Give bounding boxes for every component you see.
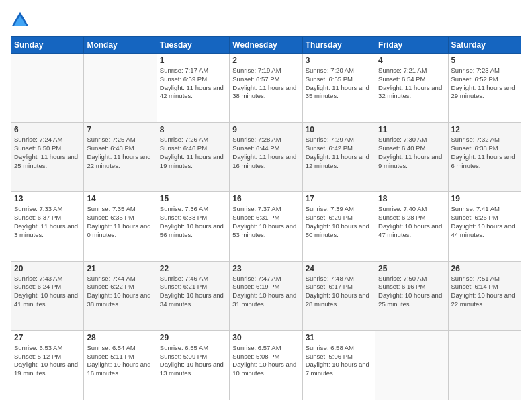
day-info: Sunrise: 7:48 AMSunset: 6:17 PMDaylight:… [306, 275, 372, 309]
weekday-header-saturday: Saturday [448, 37, 521, 54]
day-info: Sunrise: 7:20 AMSunset: 6:55 PMDaylight:… [306, 66, 372, 101]
calendar-week-4: 20Sunrise: 7:43 AMSunset: 6:24 PMDayligh… [11, 261, 521, 330]
calendar-cell: 1Sunrise: 7:17 AMSunset: 6:59 PMDaylight… [157, 54, 229, 123]
weekday-header-thursday: Thursday [302, 37, 375, 54]
day-number: 3 [306, 56, 372, 65]
calendar-cell: 18Sunrise: 7:40 AMSunset: 6:28 PMDayligh… [375, 192, 448, 261]
calendar-cell: 7Sunrise: 7:25 AMSunset: 6:48 PMDaylight… [84, 123, 157, 192]
day-number: 7 [87, 125, 153, 134]
day-number: 4 [378, 56, 445, 65]
calendar-cell [375, 330, 448, 400]
weekday-header-tuesday: Tuesday [157, 37, 229, 54]
day-number: 15 [160, 194, 226, 203]
day-info: Sunrise: 7:41 AMSunset: 6:26 PMDaylight:… [451, 205, 518, 239]
day-info: Sunrise: 7:37 AMSunset: 6:31 PMDaylight:… [232, 205, 299, 239]
calendar-cell: 29Sunrise: 6:55 AMSunset: 5:09 PMDayligh… [157, 330, 229, 400]
day-info: Sunrise: 7:43 AMSunset: 6:24 PMDaylight:… [14, 275, 81, 309]
day-info: Sunrise: 7:50 AMSunset: 6:16 PMDaylight:… [378, 275, 445, 309]
calendar-cell: 26Sunrise: 7:51 AMSunset: 6:14 PMDayligh… [448, 261, 521, 330]
calendar-cell: 9Sunrise: 7:28 AMSunset: 6:44 PMDaylight… [230, 123, 302, 192]
calendar-cell: 23Sunrise: 7:47 AMSunset: 6:19 PMDayligh… [230, 261, 302, 330]
calendar-cell: 4Sunrise: 7:21 AMSunset: 6:54 PMDaylight… [375, 54, 448, 123]
day-number: 18 [378, 194, 445, 203]
weekday-header-wednesday: Wednesday [230, 37, 302, 54]
day-number: 20 [14, 264, 81, 273]
day-info: Sunrise: 7:17 AMSunset: 6:59 PMDaylight:… [160, 66, 226, 101]
calendar-week-3: 13Sunrise: 7:33 AMSunset: 6:37 PMDayligh… [11, 192, 521, 261]
day-number: 13 [14, 194, 81, 203]
calendar-cell: 25Sunrise: 7:50 AMSunset: 6:16 PMDayligh… [375, 261, 448, 330]
weekday-header-row: SundayMondayTuesdayWednesdayThursdayFrid… [11, 37, 521, 54]
day-info: Sunrise: 7:30 AMSunset: 6:40 PMDaylight:… [378, 136, 445, 170]
weekday-header-friday: Friday [375, 37, 448, 54]
day-info: Sunrise: 7:32 AMSunset: 6:38 PMDaylight:… [451, 136, 518, 170]
calendar-cell: 31Sunrise: 6:58 AMSunset: 5:06 PMDayligh… [302, 330, 375, 400]
day-info: Sunrise: 7:36 AMSunset: 6:33 PMDaylight:… [160, 205, 226, 239]
day-info: Sunrise: 7:46 AMSunset: 6:21 PMDaylight:… [160, 275, 226, 309]
calendar-cell: 11Sunrise: 7:30 AMSunset: 6:40 PMDayligh… [375, 123, 448, 192]
calendar-cell: 16Sunrise: 7:37 AMSunset: 6:31 PMDayligh… [230, 192, 302, 261]
day-info: Sunrise: 7:26 AMSunset: 6:46 PMDaylight:… [160, 136, 226, 170]
day-info: Sunrise: 7:21 AMSunset: 6:54 PMDaylight:… [378, 66, 445, 101]
day-info: Sunrise: 7:47 AMSunset: 6:19 PMDaylight:… [232, 275, 299, 309]
day-info: Sunrise: 7:19 AMSunset: 6:57 PMDaylight:… [232, 66, 299, 101]
calendar-cell [11, 54, 84, 123]
day-number: 25 [378, 264, 445, 273]
day-number: 31 [306, 333, 372, 342]
day-number: 11 [378, 125, 445, 134]
day-info: Sunrise: 7:40 AMSunset: 6:28 PMDaylight:… [378, 205, 445, 239]
day-info: Sunrise: 6:53 AMSunset: 5:12 PMDaylight:… [14, 344, 81, 378]
day-number: 14 [87, 194, 153, 203]
calendar-cell: 2Sunrise: 7:19 AMSunset: 6:57 PMDaylight… [230, 54, 302, 123]
day-number: 5 [451, 56, 518, 65]
day-number: 22 [160, 264, 226, 273]
calendar-cell: 3Sunrise: 7:20 AMSunset: 6:55 PMDaylight… [302, 54, 375, 123]
day-number: 27 [14, 333, 81, 342]
day-info: Sunrise: 6:58 AMSunset: 5:06 PMDaylight:… [306, 344, 372, 378]
calendar-cell: 21Sunrise: 7:44 AMSunset: 6:22 PMDayligh… [84, 261, 157, 330]
day-info: Sunrise: 6:57 AMSunset: 5:08 PMDaylight:… [232, 344, 299, 378]
page: SundayMondayTuesdayWednesdayThursdayFrid… [0, 0, 532, 411]
calendar-cell: 12Sunrise: 7:32 AMSunset: 6:38 PMDayligh… [448, 123, 521, 192]
weekday-header-monday: Monday [84, 37, 157, 54]
calendar-cell: 24Sunrise: 7:48 AMSunset: 6:17 PMDayligh… [302, 261, 375, 330]
day-number: 21 [87, 264, 153, 273]
day-number: 10 [306, 125, 372, 134]
calendar-table: SundayMondayTuesdayWednesdayThursdayFrid… [11, 36, 521, 400]
day-info: Sunrise: 7:35 AMSunset: 6:35 PMDaylight:… [87, 205, 153, 239]
day-info: Sunrise: 7:25 AMSunset: 6:48 PMDaylight:… [87, 136, 153, 170]
calendar-cell: 15Sunrise: 7:36 AMSunset: 6:33 PMDayligh… [157, 192, 229, 261]
calendar-cell: 13Sunrise: 7:33 AMSunset: 6:37 PMDayligh… [11, 192, 84, 261]
calendar-cell: 27Sunrise: 6:53 AMSunset: 5:12 PMDayligh… [11, 330, 84, 400]
day-number: 2 [232, 56, 299, 65]
header [11, 11, 521, 30]
day-info: Sunrise: 7:23 AMSunset: 6:52 PMDaylight:… [451, 66, 518, 101]
day-number: 30 [232, 333, 299, 342]
calendar-cell: 8Sunrise: 7:26 AMSunset: 6:46 PMDaylight… [157, 123, 229, 192]
day-number: 29 [160, 333, 226, 342]
day-info: Sunrise: 6:55 AMSunset: 5:09 PMDaylight:… [160, 344, 226, 378]
day-info: Sunrise: 7:28 AMSunset: 6:44 PMDaylight:… [232, 136, 299, 170]
calendar-week-2: 6Sunrise: 7:24 AMSunset: 6:50 PMDaylight… [11, 123, 521, 192]
calendar-cell: 5Sunrise: 7:23 AMSunset: 6:52 PMDaylight… [448, 54, 521, 123]
calendar-cell: 10Sunrise: 7:29 AMSunset: 6:42 PMDayligh… [302, 123, 375, 192]
day-number: 23 [232, 264, 299, 273]
calendar-cell: 14Sunrise: 7:35 AMSunset: 6:35 PMDayligh… [84, 192, 157, 261]
day-number: 16 [232, 194, 299, 203]
day-number: 24 [306, 264, 372, 273]
day-number: 9 [232, 125, 299, 134]
day-info: Sunrise: 7:33 AMSunset: 6:37 PMDaylight:… [14, 205, 81, 239]
logo-icon [11, 11, 30, 30]
day-number: 26 [451, 264, 518, 273]
day-info: Sunrise: 7:29 AMSunset: 6:42 PMDaylight:… [306, 136, 372, 170]
calendar-cell: 22Sunrise: 7:46 AMSunset: 6:21 PMDayligh… [157, 261, 229, 330]
calendar-week-1: 1Sunrise: 7:17 AMSunset: 6:59 PMDaylight… [11, 54, 521, 123]
calendar-cell: 28Sunrise: 6:54 AMSunset: 5:11 PMDayligh… [84, 330, 157, 400]
calendar-cell: 17Sunrise: 7:39 AMSunset: 6:29 PMDayligh… [302, 192, 375, 261]
calendar-cell: 30Sunrise: 6:57 AMSunset: 5:08 PMDayligh… [230, 330, 302, 400]
calendar-week-5: 27Sunrise: 6:53 AMSunset: 5:12 PMDayligh… [11, 330, 521, 400]
day-number: 1 [160, 56, 226, 65]
day-number: 28 [87, 333, 153, 342]
weekday-header-sunday: Sunday [11, 37, 84, 54]
day-info: Sunrise: 6:54 AMSunset: 5:11 PMDaylight:… [87, 344, 153, 378]
